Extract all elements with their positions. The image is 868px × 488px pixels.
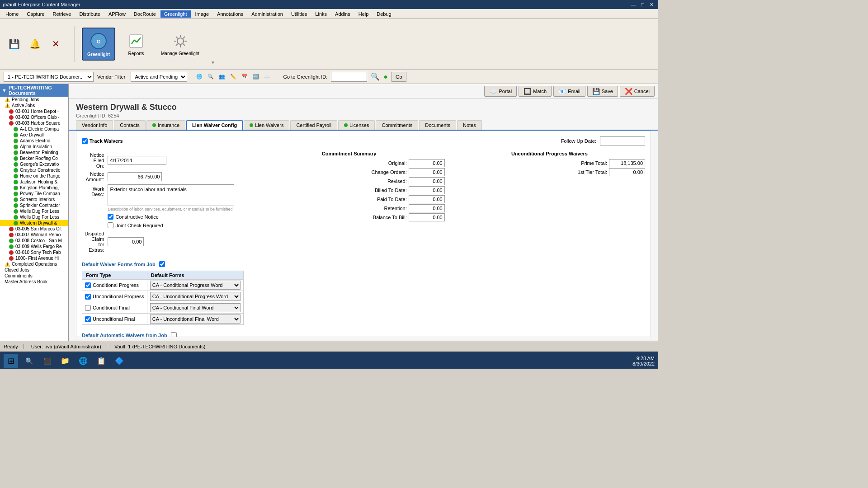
bell-icon-btn[interactable]: 🔔 — [25, 36, 44, 52]
commitment-input-0[interactable] — [409, 159, 445, 167]
sidebar-item-29[interactable]: Closed Jobs — [0, 267, 68, 273]
tab-insurance[interactable]: Insurance — [146, 120, 185, 130]
save-icon-btn[interactable]: 💾 — [5, 36, 24, 52]
goto-button[interactable]: Go — [392, 72, 406, 82]
manage-greenlight-ribbon-btn[interactable]: Manage Greenlight — [157, 30, 203, 58]
form-select-0[interactable]: CA - Conditional Progress WordCA - Uncon… — [150, 281, 241, 290]
sidebar-item-30[interactable]: Commitments — [0, 273, 68, 279]
tab-certified-payroll[interactable]: Certified Payroll — [290, 120, 337, 130]
sidebar-item-10[interactable]: Becker Roofing Co — [0, 155, 68, 161]
followup-date-input[interactable] — [600, 136, 645, 145]
search-taskbar-icon[interactable]: 🔍 — [22, 354, 36, 368]
work-desc-textarea[interactable]: Exterior stucco labor and materials — [108, 184, 234, 206]
task-view-icon[interactable]: ⬛ — [40, 354, 54, 368]
sidebar-item-6[interactable]: Ace Drywall — [0, 132, 68, 138]
sidebar-item-25[interactable]: 03-009 Wells Fargo Re — [0, 244, 68, 249]
sidebar-item-17[interactable]: Sorrento Interiors — [0, 197, 68, 202]
sidebar-item-23[interactable]: 03-007 Walmart Remo — [0, 232, 68, 238]
sidebar-root[interactable]: ▼ PE-TECHWRITING Documents — [0, 84, 68, 97]
commitment-input-5[interactable] — [409, 204, 445, 212]
goto-input[interactable] — [331, 72, 367, 82]
sidebar-item-16[interactable]: Poway Tile Compan — [0, 191, 68, 197]
constructive-notice-checkbox[interactable] — [108, 214, 113, 220]
file-explorer-icon[interactable]: 📁 — [58, 354, 72, 368]
tab-contacts[interactable]: Contacts — [114, 120, 145, 130]
form-type-check-1[interactable] — [85, 294, 91, 300]
notice-filed-on-input[interactable] — [108, 156, 166, 165]
tab-commitments[interactable]: Commitments — [376, 120, 418, 130]
sidebar-item-0[interactable]: ⚠️Pending Jobs — [0, 97, 68, 103]
sidebar-item-27[interactable]: 1000- First Avenue Hi — [0, 255, 68, 261]
uncond-input-0[interactable] — [609, 159, 645, 167]
sidebar-item-31[interactable]: Master Address Book — [0, 279, 68, 285]
form-type-check-2[interactable] — [85, 305, 91, 311]
menu-item-docroute[interactable]: DocRoute — [130, 10, 160, 18]
app-icon-2[interactable]: 🔷 — [112, 354, 127, 368]
notice-amount-input[interactable] — [108, 172, 162, 181]
document-dropdown[interactable]: 1 - PE-TECHWRITING Documer... — [4, 72, 94, 82]
commitment-input-2[interactable] — [409, 177, 445, 185]
sidebar-item-7[interactable]: Adams Electric — [0, 138, 68, 144]
menu-item-greenlight[interactable]: Greenlight — [160, 10, 191, 18]
sidebar-item-4[interactable]: 03-003 Harbor Square — [0, 120, 68, 126]
toolbar-icon-5[interactable]: 📅 — [240, 72, 250, 82]
sidebar-item-8[interactable]: Alpha Insulation — [0, 144, 68, 150]
maximize-btn[interactable]: □ — [639, 2, 646, 8]
sidebar-item-26[interactable]: 03-010 Sony Tech Fab — [0, 249, 68, 255]
menu-item-home[interactable]: Home — [2, 10, 22, 18]
save-button[interactable]: 💾Save — [587, 86, 618, 97]
sidebar-item-13[interactable]: Home on the Range — [0, 173, 68, 179]
menu-item-utilities[interactable]: Utilities — [288, 10, 311, 18]
menu-item-debug[interactable]: Debug — [373, 10, 395, 18]
cancel-icon-btn[interactable]: ✕ — [46, 36, 65, 52]
tab-notes[interactable]: Notes — [457, 120, 482, 130]
sidebar-item-12[interactable]: Graybar Constructio — [0, 167, 68, 173]
sidebar-item-19[interactable]: Wells Dug For Less — [0, 208, 68, 214]
track-waivers-checkbox[interactable] — [82, 138, 88, 144]
toolbar-icon-3[interactable]: 👥 — [217, 72, 227, 82]
cancel-button[interactable]: ❌Cancel — [620, 86, 655, 97]
menu-item-capture[interactable]: Capture — [23, 10, 48, 18]
reports-ribbon-btn[interactable]: Reports — [123, 30, 150, 58]
sidebar-item-28[interactable]: ⚠️Completed Operations — [0, 261, 68, 267]
greenlight-ribbon-btn[interactable]: G Greenlight — [82, 28, 115, 61]
menu-item-apflow[interactable]: APFlow — [105, 10, 129, 18]
commitment-input-6[interactable] — [409, 213, 445, 221]
browser-icon[interactable]: 🌐 — [76, 354, 90, 368]
menu-item-help[interactable]: Help — [355, 10, 373, 18]
toolbar-icon-6[interactable]: 🔤 — [251, 72, 261, 82]
vendor-filter-select[interactable]: Active and PendingAll VendorsActive Only… — [131, 72, 187, 82]
commitment-input-1[interactable] — [409, 168, 445, 176]
sidebar-item-11[interactable]: George's Excavatio — [0, 161, 68, 167]
email-button[interactable]: 📧Email — [553, 86, 585, 97]
toolbar-icon-2[interactable]: 🔍 — [206, 72, 216, 82]
form-type-check-3[interactable] — [85, 316, 91, 322]
sidebar-item-21[interactable]: Western Drywall & — [0, 220, 68, 226]
toolbar-icon-4[interactable]: ✏️ — [228, 72, 238, 82]
default-waiver-forms-checkbox[interactable] — [159, 261, 165, 267]
sidebar-item-22[interactable]: 03-005 San Marcos Cit — [0, 226, 68, 232]
tab-documents[interactable]: Documents — [419, 120, 456, 130]
menu-item-image[interactable]: Image — [192, 10, 213, 18]
sidebar-item-18[interactable]: Sprinkler Contractor — [0, 202, 68, 208]
form-select-2[interactable]: CA - Conditional Progress WordCA - Uncon… — [150, 303, 241, 312]
form-type-check-0[interactable] — [85, 282, 91, 288]
sidebar-item-24[interactable]: 03-008 Costco - San M — [0, 238, 68, 244]
sidebar-item-2[interactable]: 03-001 Home Depot - — [0, 108, 68, 114]
close-btn[interactable]: ✕ — [648, 2, 656, 8]
commitment-input-3[interactable] — [409, 186, 445, 194]
auto-waivers-checkbox[interactable] — [171, 332, 177, 337]
menu-item-links[interactable]: Links — [311, 10, 330, 18]
uncond-input-1[interactable] — [609, 168, 645, 176]
commitment-input-4[interactable] — [409, 195, 445, 203]
sidebar-item-14[interactable]: Jackson Heating & — [0, 179, 68, 185]
match-button[interactable]: 🔲Match — [519, 86, 552, 97]
menu-item-annotations[interactable]: Annotations — [213, 10, 247, 18]
sidebar-item-1[interactable]: ⚠️Active Jobs — [0, 103, 68, 108]
sidebar-item-9[interactable]: Beaverton Painting — [0, 150, 68, 155]
sidebar-item-15[interactable]: Kingston Plumbing, — [0, 185, 68, 191]
form-select-1[interactable]: CA - Conditional Progress WordCA - Uncon… — [150, 292, 241, 301]
menu-item-administration[interactable]: Administration — [248, 10, 287, 18]
menu-item-distribute[interactable]: Distribute — [75, 10, 104, 18]
toolbar-icon-7[interactable]: ☁️ — [262, 72, 272, 82]
